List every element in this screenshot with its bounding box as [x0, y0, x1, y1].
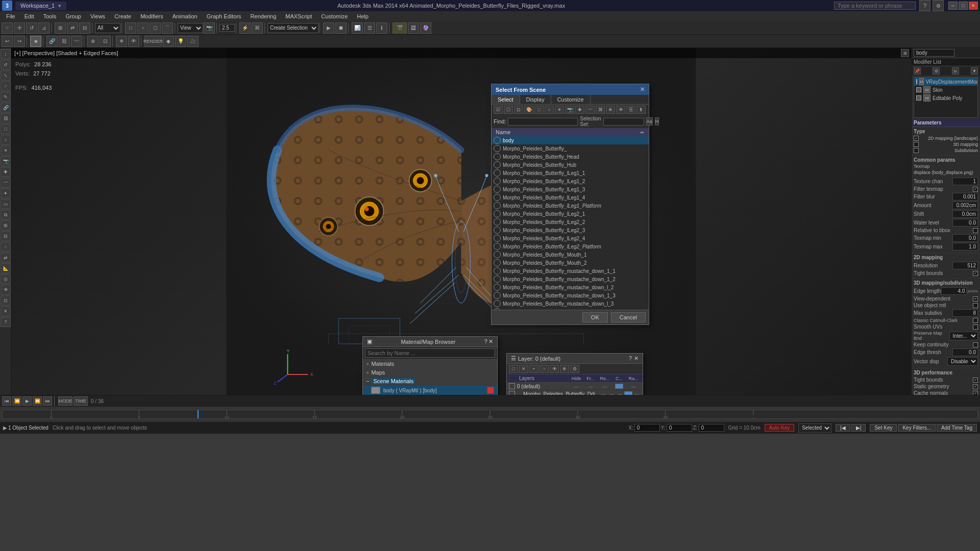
modifier-list[interactable]: MVRayDisplacementModMSkinMEditable Poly	[914, 77, 978, 118]
menu-tools[interactable]: Tools	[39, 13, 61, 20]
menu-create[interactable]: Create	[110, 13, 135, 20]
select-tab-select[interactable]: Select	[492, 95, 520, 104]
vector-disp-select[interactable]: Disabled	[947, 357, 978, 366]
select-list-item[interactable]: Morpho_Peleides_Butterfly_lLeg2_1	[492, 210, 649, 218]
menu-edit[interactable]: Edit	[20, 13, 38, 20]
select-list-item[interactable]: Morpho_Peleides_Butterfly_lLeg1_Platform	[492, 202, 649, 210]
menu-customize[interactable]: Customize	[317, 13, 352, 20]
maximize-viewport-btn[interactable]: ⊞	[901, 49, 909, 57]
freeze-btn[interactable]: ❄	[116, 36, 127, 47]
rotate-btn[interactable]: ↺	[26, 22, 37, 34]
edge-thresh-input[interactable]	[952, 348, 978, 356]
viewport[interactable]: X Y Z [+] [Perspective] [Shaded + Edged …	[11, 48, 911, 395]
select-list-item[interactable]: Morpho_Peleides_Butterfly_mustache_down_…	[492, 275, 649, 283]
light2-tool[interactable]: ☀	[1, 145, 11, 156]
menu-views[interactable]: Views	[86, 13, 109, 20]
select-dialog-list[interactable]: bodyMorpho_Peleides_Butterfly_Morpho_Pel…	[492, 136, 649, 310]
menu-modifiers[interactable]: Modifiers	[136, 13, 167, 20]
tl-time-type-btn[interactable]: TIME	[74, 396, 88, 406]
static-geom-check[interactable]	[973, 384, 978, 389]
layer-new-btn[interactable]: □	[509, 365, 518, 373]
preserve-map-select[interactable]: Inter...	[949, 332, 978, 340]
tex-chan-input[interactable]	[952, 178, 978, 185]
isolate-tool[interactable]: ◎	[1, 274, 11, 284]
select-list-item[interactable]: Morpho_Peleides_Butterfly_mustache_down_…	[492, 267, 649, 275]
minimize-btn[interactable]: ─	[948, 2, 958, 10]
layer-hide-all-btn[interactable]: 👁	[550, 365, 559, 373]
play-btn[interactable]: ▶	[323, 22, 334, 34]
select-list-item[interactable]: Morpho_Peleides_Butterfly_Mouth_1	[492, 251, 649, 259]
mat-section-maps[interactable]: + Maps	[363, 368, 497, 377]
sd-sel-none[interactable]: ☐	[504, 106, 513, 114]
render2-btn[interactable]: RENDER	[144, 36, 162, 47]
maximize-btn[interactable]: □	[959, 2, 968, 10]
coord-input[interactable]	[219, 24, 235, 32]
layer-help[interactable]: ?	[629, 355, 632, 362]
sd-hidden[interactable]: 👁	[616, 106, 625, 114]
sd-shape[interactable]: ○	[545, 106, 554, 114]
lasso-sel-btn[interactable]: ⌒	[162, 22, 173, 34]
menu-animation[interactable]: Animation	[168, 13, 202, 20]
sd-helper[interactable]: ✚	[575, 106, 584, 114]
sd-sel-by-color[interactable]: 🎨	[524, 106, 533, 114]
select-list-item[interactable]: Morpho_Peleides_Butterfly_lLeg2_4	[492, 234, 649, 242]
undo-btn[interactable]: ↩	[2, 36, 13, 47]
sd-list[interactable]: ☰	[626, 106, 635, 114]
layer-add-sel-btn[interactable]: +	[529, 365, 538, 373]
graph-btn[interactable]: 📊	[352, 22, 363, 34]
select-list-item[interactable]: Morpho_Peleides_Butterfly_	[492, 144, 649, 153]
create-selection-select[interactable]: Create Selection	[267, 23, 318, 33]
add-time-tag-btn[interactable]: Add Time Tag	[937, 424, 977, 432]
key-filters-btn[interactable]: Key Filters...	[898, 424, 936, 432]
filter-select[interactable]: All	[95, 23, 120, 33]
sd-light[interactable]: ☀	[555, 106, 564, 114]
layer-delete-btn[interactable]: ✕	[519, 365, 528, 373]
select-list-item[interactable]: Morpho_Peleides_Butterfly_Hub	[492, 161, 649, 169]
ribbon-tool[interactable]: ▭	[1, 199, 11, 209]
edge-len-input[interactable]	[941, 287, 967, 295]
settings-btn[interactable]: ⚙	[933, 0, 944, 11]
measure-tool[interactable]: 📐	[1, 263, 11, 273]
select-list-item[interactable]: Morpho_Peleides_Butterfly_lLeg2_2	[492, 218, 649, 226]
scatter-tool[interactable]: ⁙	[1, 242, 11, 252]
layer-row-item[interactable]: Morpho_Peleides_Butterfly_Ddi... — — — —	[507, 390, 643, 395]
set-key-btn[interactable]: Set Key	[870, 424, 897, 432]
camera3-tool[interactable]: 📷	[1, 156, 11, 166]
amount-input[interactable]	[952, 202, 978, 209]
array-tool[interactable]: ⊞	[1, 220, 11, 231]
link-btn[interactable]: 🔗	[46, 36, 58, 47]
object-name-input[interactable]	[914, 49, 954, 57]
mod-collapse-btn[interactable]: ▼	[971, 67, 978, 74]
snap-btn[interactable]: ⊞	[55, 22, 66, 34]
catmull-check[interactable]	[973, 318, 978, 323]
mirror2-tool[interactable]: ⇌	[1, 253, 11, 263]
select-tab-display[interactable]: Display	[520, 95, 551, 104]
select-ok-btn[interactable]: OK	[582, 312, 608, 322]
circle-sel-btn[interactable]: ○	[137, 22, 149, 34]
modifier-list-item[interactable]: MEditable Poly	[914, 94, 977, 102]
helper-tool[interactable]: ✚	[1, 167, 11, 177]
camera-btn[interactable]: 📷	[204, 22, 215, 34]
type-3d-check[interactable]	[914, 142, 919, 147]
mirror-btn[interactable]: ⇌	[67, 22, 78, 34]
view-dep-check[interactable]	[973, 296, 978, 302]
bind-space-warp-btn[interactable]: 〰	[71, 36, 82, 47]
mat-section-scene[interactable]: − Scene Materials	[363, 377, 497, 386]
hide-btn[interactable]: 👁	[128, 36, 139, 47]
tight-bounds2-check[interactable]	[973, 378, 978, 383]
sd-sel-invert[interactable]: ⊡	[514, 106, 523, 114]
prop-btn[interactable]: ℹ	[376, 22, 387, 34]
sd-spacewarp[interactable]: 〰	[585, 106, 595, 114]
move-btn[interactable]: ✛	[14, 22, 25, 34]
menu-rendering[interactable]: Rendering	[247, 13, 281, 20]
select-list-item[interactable]: Morpho_Peleides_Butterfly_mustache_down_…	[492, 291, 649, 299]
sd-camera[interactable]: 📷	[565, 106, 574, 114]
water-level-input[interactable]	[952, 219, 978, 227]
clone-tool[interactable]: ⧉	[1, 210, 11, 220]
mat-browser-help[interactable]: ?	[484, 338, 487, 345]
spacewarp-tool[interactable]: 〰	[1, 178, 11, 188]
move-tool[interactable]: ↕	[1, 49, 11, 59]
select-list-item[interactable]: body	[492, 136, 649, 144]
layer-close[interactable]: ✕	[634, 355, 639, 362]
rect-sel-btn[interactable]: □	[125, 22, 136, 34]
